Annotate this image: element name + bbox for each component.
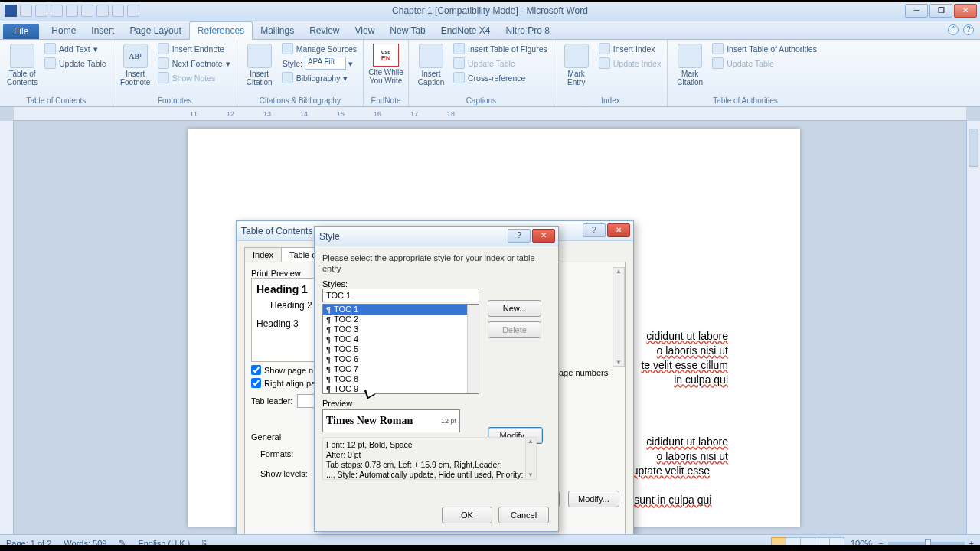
refresh-icon [599,57,610,69]
tab-home[interactable]: Home [44,22,83,39]
style-ok-button[interactable]: OK [442,507,492,523]
tab-nitro[interactable]: Nitro Pro 8 [498,22,557,39]
table-of-contents-button[interactable]: Table of Contents [5,42,40,86]
preview-label: Preview [322,399,550,408]
help-icon[interactable]: ? [963,24,974,35]
maximize-button[interactable]: ❐ [929,4,952,18]
citation-style-dropdown[interactable]: Style:APA Fift▾ [280,57,358,70]
style-cancel-button[interactable]: Cancel [498,507,549,523]
bib-icon [282,72,293,83]
mark-citation-button[interactable]: Mark Citation [672,42,707,86]
tab-mailings[interactable]: Mailings [253,22,302,39]
selected-style-field[interactable]: TOC 1 [322,289,479,302]
manage-icon [282,43,293,54]
list-item: ¶TOC 5 [323,344,479,354]
update-index-button[interactable]: Update Index [597,57,662,70]
word-icon [5,5,17,17]
dialog-title[interactable]: Style ? ✕ [315,227,558,246]
dialog-close-icon[interactable]: ✕ [532,229,555,243]
toc-icon [10,44,34,68]
styles-listbox[interactable]: ¶TOC 1 ¶TOC 2 ¶TOC 3 ¶TOC 4 ¶TOC 5 ¶TOC … [322,304,479,394]
listbox-scrollbar[interactable] [467,305,479,393]
list-item: ¶TOC 2 [323,315,479,324]
tab-review[interactable]: Review [302,22,347,39]
formats-label: Formats: [260,449,293,458]
close-button[interactable]: ✕ [954,4,977,18]
group-label: Table of Contents [5,96,108,106]
endnote-icon [158,43,169,54]
general-label: General [251,432,281,442]
manage-sources-button[interactable]: Manage Sources [280,42,358,55]
add-text-button[interactable]: Add Text ▾ [43,42,108,55]
tab-references[interactable]: References [189,21,253,40]
cite-while-you-write-button[interactable]: useEN Cite While You Write [368,42,403,85]
style-preview-box: Times New Roman 12 pt [322,409,460,432]
scrollbar-thumb[interactable] [969,129,978,167]
window-titlebar: Chapter 1 [Compatibility Mode] - Microso… [0,0,980,21]
qat-redo-icon[interactable] [51,5,63,17]
dialog-help-icon[interactable]: ? [583,223,606,237]
tab-new[interactable]: New Tab [382,22,433,39]
qat-save-icon[interactable] [20,5,32,17]
qat-undo-icon[interactable] [35,5,47,17]
ribbon-tabs: File Home Insert Page Layout References … [0,21,980,40]
qat-open-icon[interactable] [81,5,93,17]
tab-endnote[interactable]: EndNote X4 [433,22,498,39]
dialog-tab-index[interactable]: Index [244,247,282,262]
toa-icon [712,43,724,54]
insert-footnote-button[interactable]: AB¹Insert Footnote [118,42,153,86]
qat-quickprint-icon[interactable] [127,5,139,17]
list-item: ¶TOC 8 [323,374,479,384]
toc-modify-button[interactable]: Modify... [568,491,619,507]
update-table-button[interactable]: Update Table [43,57,108,70]
quick-access-toolbar[interactable] [20,5,139,17]
next-footnote-button[interactable]: Next Footnote ▾ [156,57,232,70]
insert-caption-button[interactable]: Insert Caption [413,42,449,86]
caption-icon [419,44,443,68]
insert-index-button[interactable]: Insert Index [597,42,662,55]
vertical-ruler[interactable] [0,121,14,536]
minimize-button[interactable]: ─ [905,4,928,18]
refresh-icon [453,57,465,69]
show-notes-button[interactable]: Show Notes [156,71,232,84]
list-item: ¶TOC 9 [323,384,479,394]
cross-reference-button[interactable]: Cross-reference [452,71,549,84]
mark-entry-icon [564,44,589,68]
citation-icon [247,44,272,68]
description-scrollbar[interactable] [525,438,536,479]
update-tof-button[interactable]: Update Table [452,57,549,70]
qat-new-icon[interactable] [66,5,78,17]
insert-tof-button[interactable]: Insert Table of Figures [452,42,549,55]
update-toa-button[interactable]: Update Table [710,57,818,70]
new-style-button[interactable]: New... [488,300,541,317]
document-area: 1112131415161718 cididunt ut labore o la… [0,107,980,536]
delete-style-button[interactable]: Delete [488,321,541,338]
tab-page-layout[interactable]: Page Layout [122,22,188,39]
vertical-scrollbar[interactable] [966,121,980,536]
group-label: Index [559,96,662,106]
xref-icon [453,72,465,83]
insert-endnote-button[interactable]: Insert Endnote [156,42,232,55]
style-instruction-text: Please select the appropriate style for … [322,253,550,275]
tab-insert[interactable]: Insert [83,22,122,39]
group-label: Citations & Bibliography [242,96,358,106]
group-label: EndNote [368,96,403,106]
mark-citation-icon [678,44,702,68]
bibliography-button[interactable]: Bibliography ▾ [280,71,358,84]
insert-citation-button[interactable]: Insert Citation [242,42,277,86]
refresh-icon [44,57,56,69]
group-label: Footnotes [118,96,232,106]
dialog-help-icon[interactable]: ? [508,229,531,243]
tab-view[interactable]: View [348,22,383,39]
horizontal-ruler[interactable]: 1112131415161718 [14,107,966,121]
tof-icon [453,43,465,54]
dialog-close-icon[interactable]: ✕ [607,223,630,237]
mark-entry-button[interactable]: Mark Entry [559,42,594,86]
minimize-ribbon-icon[interactable]: ˄ [948,24,959,35]
style-dialog: Style ? ✕ Please select the appropriate … [314,226,559,532]
insert-toa-button[interactable]: Insert Table of Authorities [710,42,818,55]
qat-preview-icon[interactable] [112,5,124,17]
qat-print-icon[interactable] [96,5,109,17]
file-tab[interactable]: File [3,24,39,39]
preview-scrollbar[interactable]: ▲ ▼ [612,267,625,367]
